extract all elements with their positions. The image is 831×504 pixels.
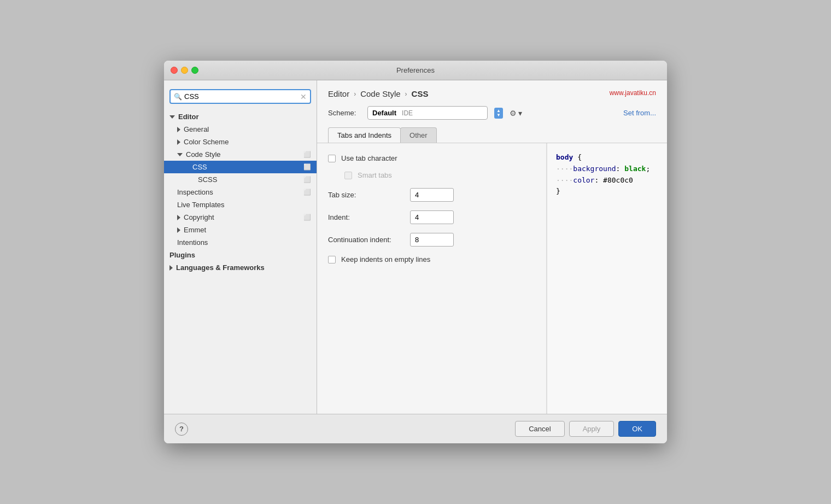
keep-indents-checkbox[interactable]: [328, 256, 336, 263]
traffic-lights: [171, 67, 198, 74]
tab-size-row: Tab size:: [328, 188, 535, 202]
scheme-select[interactable]: Default IDE: [367, 106, 488, 120]
code-value: black: [624, 165, 646, 173]
chevron-right-icon: [177, 215, 180, 220]
chevron-right-icon: [177, 227, 180, 233]
sidebar-item-code-style[interactable]: Code Style ⬜: [164, 148, 317, 161]
scheme-sub: IDE: [402, 109, 413, 117]
search-container: 🔍 ✕: [164, 85, 317, 108]
sidebar: 🔍 ✕ Editor General Color Scheme: [164, 80, 317, 414]
code-preview: body { ····background: black; ····color:…: [547, 143, 667, 414]
use-tab-character-checkbox[interactable]: [328, 155, 336, 162]
sidebar-item-editor[interactable]: Editor: [164, 110, 317, 123]
cancel-button[interactable]: Cancel: [515, 421, 564, 437]
tabs: Tabs and Indents Other: [328, 127, 656, 143]
copy-icon: ⬜: [303, 163, 311, 171]
sidebar-item-languages[interactable]: Languages & Frameworks: [164, 261, 317, 274]
smart-tabs-checkbox[interactable]: [344, 172, 352, 179]
window-title: Preferences: [396, 66, 435, 74]
main-header: www.javatiku.cn Editor › Code Style › CS…: [317, 80, 667, 143]
code-brace-open: {: [573, 153, 582, 161]
use-tab-character-row: Use tab character: [328, 154, 535, 162]
sidebar-item-label: Live Templates: [177, 201, 224, 209]
breadcrumb: Editor › Code Style › CSS: [328, 89, 656, 98]
sidebar-item-label: Code Style: [186, 150, 221, 159]
scheme-row: Scheme: Default IDE ▲ ▼ ⚙ ▾ Set from...: [328, 106, 656, 120]
sidebar-item-label: Editor: [178, 113, 199, 121]
chevron-down-icon: [169, 115, 175, 119]
maximize-button[interactable]: [191, 67, 198, 74]
sidebar-item-label: General: [184, 125, 209, 133]
sidebar-item-label: Inspections: [177, 188, 213, 196]
sidebar-item-plugins[interactable]: Plugins: [164, 249, 317, 261]
sidebar-item-general[interactable]: General: [164, 123, 317, 136]
continuation-indent-input[interactable]: [410, 233, 454, 247]
sidebar-item-intentions[interactable]: Intentions: [164, 236, 317, 249]
smart-tabs-label: Smart tabs: [358, 171, 392, 179]
arrow-down-icon: ▼: [496, 113, 501, 118]
minimize-button[interactable]: [181, 67, 188, 74]
footer: ? Cancel Apply OK: [164, 414, 667, 443]
sidebar-item-inspections[interactable]: Inspections ⬜: [164, 186, 317, 198]
copy-icon: ⬜: [303, 189, 311, 196]
chevron-right-icon: [177, 139, 180, 145]
sidebar-item-color-scheme[interactable]: Color Scheme: [164, 136, 317, 148]
chevron-right-icon: [177, 127, 180, 132]
sidebar-item-label: Plugins: [169, 251, 195, 259]
help-button[interactable]: ?: [175, 423, 188, 436]
tab-size-input[interactable]: [410, 188, 454, 202]
sidebar-item-scss[interactable]: SCSS ⬜: [164, 173, 317, 186]
tab-other[interactable]: Other: [400, 127, 437, 143]
sidebar-item-copyright[interactable]: Copyright ⬜: [164, 211, 317, 224]
sidebar-item-emmet[interactable]: Emmet: [164, 224, 317, 236]
search-icon: 🔍: [174, 93, 182, 101]
search-input[interactable]: [184, 92, 298, 101]
sidebar-item-label: CSS: [192, 163, 207, 171]
copy-icon: ⬜: [303, 151, 311, 158]
smart-tabs-row: Smart tabs: [328, 171, 535, 179]
code-brace-close: }: [556, 187, 560, 195]
sidebar-item-css[interactable]: CSS ⬜: [164, 161, 317, 173]
sidebar-item-label: Intentions: [177, 238, 208, 247]
apply-button[interactable]: Apply: [569, 421, 615, 437]
sidebar-item-label: Color Scheme: [184, 138, 229, 146]
code-colon: :: [616, 165, 625, 173]
watermark: www.javatiku.cn: [610, 89, 656, 97]
chevron-right-icon: [169, 265, 173, 271]
copy-icon: ⬜: [303, 214, 311, 221]
preferences-window: Preferences 🔍 ✕ Editor General: [164, 61, 667, 443]
tab-tabs-and-indents[interactable]: Tabs and Indents: [328, 127, 401, 143]
copy-icon: ⬜: [303, 176, 311, 183]
settings-panel: Use tab character Smart tabs Tab size:: [317, 143, 547, 414]
gear-button[interactable]: ⚙ ▾: [510, 109, 522, 118]
code-line-2: ····background: black;: [556, 163, 658, 175]
use-tab-character-label: Use tab character: [341, 154, 397, 162]
sidebar-item-label: SCSS: [198, 175, 217, 184]
code-keyword: body: [556, 153, 573, 161]
code-property-2: color: [573, 176, 594, 184]
set-from-link[interactable]: Set from...: [623, 109, 656, 117]
breadcrumb-css: CSS: [412, 89, 429, 98]
scheme-arrows[interactable]: ▲ ▼: [494, 108, 503, 119]
gear-dropdown-icon: ▾: [518, 109, 522, 118]
titlebar: Preferences: [164, 61, 667, 80]
code-dots: ····: [556, 165, 573, 173]
indent-row: Indent:: [328, 210, 535, 224]
ok-button[interactable]: OK: [618, 421, 656, 437]
indent-input[interactable]: [410, 210, 454, 224]
continuation-indent-row: Continuation indent:: [328, 233, 535, 247]
sidebar-item-label: Languages & Frameworks: [176, 263, 265, 272]
code-dots: ····: [556, 176, 573, 184]
search-box: 🔍 ✕: [169, 89, 311, 104]
code-colon-2: :: [594, 176, 603, 184]
scheme-name: Default: [372, 109, 396, 117]
code-line-4: }: [556, 186, 658, 197]
sidebar-item-label: Emmet: [184, 226, 206, 234]
sidebar-item-label: Copyright: [184, 213, 214, 221]
tab-size-label: Tab size:: [328, 191, 405, 199]
search-clear-icon[interactable]: ✕: [300, 93, 307, 101]
code-line-3: ····color: #80c0c0: [556, 175, 658, 186]
close-button[interactable]: [171, 67, 178, 74]
sidebar-item-live-templates[interactable]: Live Templates: [164, 198, 317, 211]
indent-label: Indent:: [328, 213, 405, 221]
